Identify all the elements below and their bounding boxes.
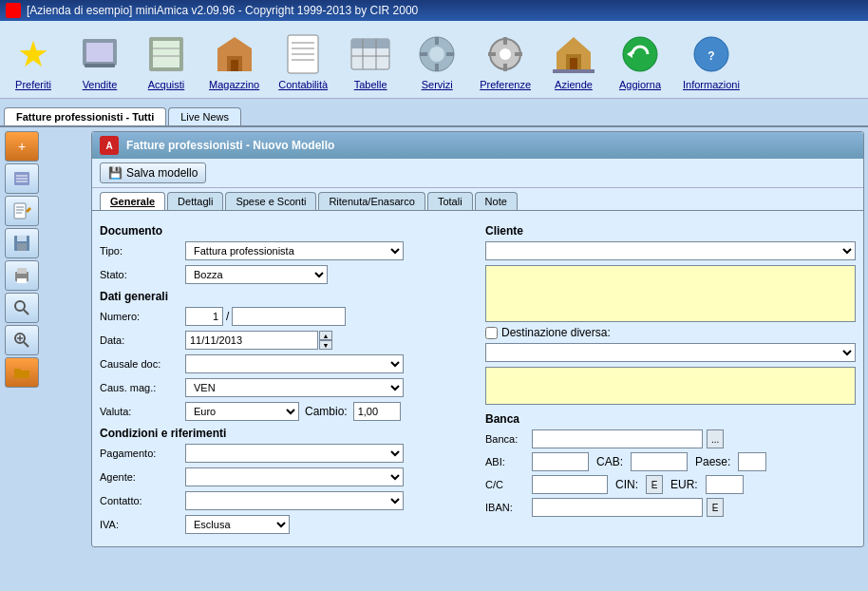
menu-label-informazioni: Informazioni — [683, 79, 740, 90]
menu-acquisti[interactable]: Acquisti — [133, 25, 199, 98]
abi-row: ABI: CAB: Paese: — [485, 452, 856, 471]
cab-input[interactable] — [631, 452, 688, 471]
agente-select[interactable] — [185, 467, 404, 486]
menu-label-servizi: Servizi — [422, 79, 453, 90]
iban-label: IBAN: — [485, 502, 528, 513]
tab-generale[interactable]: Generale — [100, 192, 165, 210]
svg-rect-35 — [553, 69, 594, 73]
menu-magazzino[interactable]: Magazzino — [199, 25, 269, 98]
valuta-row: Valuta: Euro Cambio: — [100, 402, 470, 421]
sidebar-btn-zoom[interactable] — [5, 325, 39, 355]
menu-vendite[interactable]: Vendite — [66, 25, 133, 98]
tab-ritenuta[interactable]: Ritenuta/Enasarco — [318, 192, 425, 210]
cc-row: C/C CIN: E EUR: — [485, 475, 856, 494]
menu-contabilita[interactable]: Contabilità — [269, 25, 337, 98]
eur-input[interactable] — [706, 475, 744, 494]
content-wrapper: A Fatture professionisti - Nuovo Modello… — [87, 127, 868, 551]
sidebar-btn-save[interactable] — [5, 228, 39, 258]
cc-input[interactable] — [532, 475, 608, 494]
eur-label: EUR: — [670, 478, 698, 491]
tabelle-icon — [349, 33, 391, 75]
tab-note[interactable]: Note — [475, 192, 518, 210]
causale-label: Causale doc: — [100, 358, 185, 370]
menu-label-preferenze: Preferenze — [480, 79, 531, 90]
dati-generali-title: Dati generali — [100, 290, 470, 303]
servizi-icon — [416, 33, 458, 75]
menu-preferenze[interactable]: Preferenze — [470, 25, 540, 98]
menu-label-preferiti: Preferiti — [15, 79, 51, 90]
contatto-row: Contatto: — [100, 491, 470, 510]
aziende-icon — [553, 33, 594, 75]
menu-label-magazzino: Magazzino — [209, 79, 259, 90]
paese-input[interactable] — [738, 452, 766, 471]
sidebar-btn-folder[interactable] — [5, 357, 39, 388]
svg-rect-16 — [351, 39, 389, 48]
cin-e-btn[interactable]: E — [646, 475, 663, 494]
cliente-select-row — [485, 241, 856, 260]
sidebar-btn-print[interactable] — [5, 260, 39, 291]
menu-aziende[interactable]: Aziende — [540, 25, 607, 98]
menu-label-acquisti: Acquisti — [148, 79, 185, 90]
menu-tabelle[interactable]: Tabelle — [337, 25, 404, 98]
dest-info-area — [485, 367, 856, 405]
iban-e-btn[interactable]: E — [707, 498, 724, 517]
banca-section-title: Banca — [485, 412, 856, 426]
svg-rect-51 — [17, 243, 27, 251]
stato-select[interactable]: Bozza — [185, 265, 328, 284]
tab-spese[interactable]: Spese e Sconti — [225, 192, 316, 210]
tipo-row: Tipo: Fattura professionista — [100, 241, 470, 260]
tab-livenews[interactable]: Live News — [168, 107, 241, 125]
pagamento-row: Pagamento: — [100, 444, 470, 463]
iban-input[interactable] — [532, 498, 703, 517]
menu-label-vendite: Vendite — [83, 79, 118, 90]
menu-aggiorna[interactable]: Aggiorna — [607, 25, 673, 98]
cliente-select[interactable] — [485, 241, 856, 260]
menu-servizi[interactable]: Servizi — [404, 25, 470, 98]
date-up-btn[interactable]: ▲ — [319, 331, 332, 340]
iban-row: IBAN: E — [485, 498, 856, 517]
svg-rect-34 — [570, 58, 577, 71]
cambio-input[interactable] — [353, 402, 401, 421]
sidebar: + — [0, 127, 44, 551]
iva-row: IVA: Esclusa — [100, 515, 470, 534]
dest-select-row — [485, 343, 856, 362]
abi-input[interactable] — [532, 452, 589, 471]
svg-rect-28 — [503, 37, 507, 45]
sidebar-btn-list[interactable] — [5, 163, 39, 194]
menu-label-aziende: Aziende — [555, 79, 593, 90]
banca-browse-btn[interactable]: ... — [707, 429, 724, 448]
sidebar-btn-search[interactable] — [5, 293, 39, 323]
save-model-button[interactable]: 💾 Salva modello — [100, 162, 206, 183]
numero-label: Numero: — [100, 311, 185, 322]
valuta-select[interactable]: Euro — [185, 402, 299, 421]
agente-label: Agente: — [100, 471, 185, 483]
tipo-select[interactable]: Fattura professionista — [185, 241, 404, 260]
sidebar-btn-new[interactable]: + — [5, 131, 39, 162]
caus-mag-label: Caus. mag.: — [100, 382, 185, 393]
numero-suffix-input[interactable] — [232, 307, 346, 326]
menu-preferiti[interactable]: ★ Preferiti — [0, 25, 66, 98]
data-input[interactable] — [185, 331, 318, 350]
menu-informazioni[interactable]: ? Informazioni — [673, 25, 749, 98]
destinazione-checkbox[interactable] — [485, 327, 498, 339]
informazioni-icon: ? — [690, 33, 732, 75]
svg-rect-44 — [14, 203, 26, 219]
numero-slash: / — [226, 310, 229, 323]
iva-select[interactable]: Esclusa — [185, 515, 290, 534]
contatto-select[interactable] — [185, 491, 404, 510]
causale-select[interactable] — [185, 354, 404, 373]
sidebar-btn-edit[interactable] — [5, 196, 39, 226]
banca-input[interactable] — [532, 429, 703, 448]
svg-rect-31 — [515, 52, 522, 56]
preferiti-icon: ★ — [12, 33, 54, 75]
caus-mag-select[interactable]: VEN — [185, 378, 404, 397]
destinazione-select[interactable] — [485, 343, 856, 362]
svg-rect-9 — [231, 60, 238, 71]
pagamento-select[interactable] — [185, 444, 404, 463]
tab-fatture[interactable]: Fatture professionisti - Tutti — [4, 107, 166, 125]
numero-input[interactable] — [185, 307, 223, 326]
title-text: [Azienda di esempio] miniAmica v2.09.96 … — [27, 4, 418, 17]
tab-totali[interactable]: Totali — [427, 192, 473, 210]
date-down-btn[interactable]: ▼ — [319, 340, 332, 350]
tab-dettagli[interactable]: Dettagli — [167, 192, 223, 210]
